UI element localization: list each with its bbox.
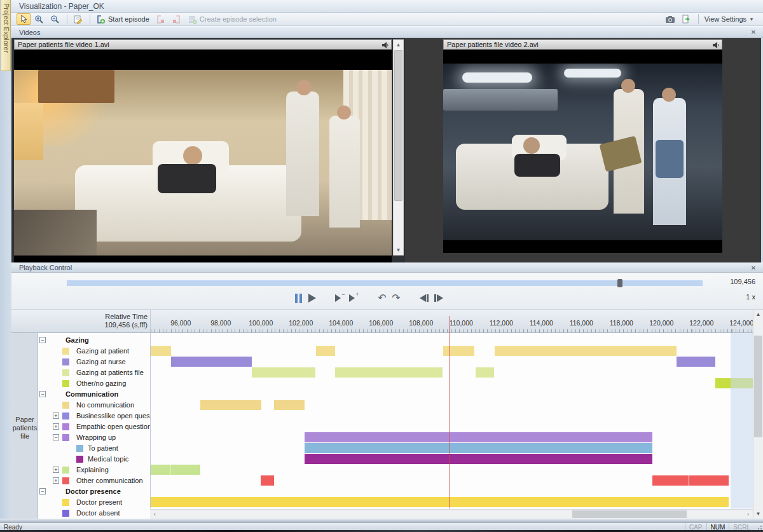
- select-tool-button[interactable]: [17, 13, 31, 25]
- playback-slider-track[interactable]: [67, 280, 703, 286]
- event-bar-doctor-present[interactable]: [151, 497, 729, 507]
- event-bar-no-communication[interactable]: [274, 400, 305, 410]
- expand-icon[interactable]: +: [53, 413, 59, 419]
- color-swatch: [76, 445, 83, 452]
- timeline-hscrollbar-thumb[interactable]: [572, 510, 687, 518]
- step-forward-icon: [437, 294, 443, 302]
- view-settings-button[interactable]: View Settings ▼: [702, 13, 757, 25]
- videos-scrollbar[interactable]: ▲ ▼: [393, 39, 404, 256]
- tree-row-medical-topic[interactable]: Medical topic: [38, 454, 150, 465]
- tree-row-label: No communication: [76, 401, 134, 409]
- expand-icon[interactable]: +: [53, 467, 59, 473]
- event-bar-gazing-at-patients-file[interactable]: [335, 367, 443, 378]
- start-episode-button[interactable]: Start episode: [93, 13, 152, 25]
- speaker-icon[interactable]: [712, 41, 720, 49]
- event-bar-wrapping-up[interactable]: [305, 432, 652, 442]
- toolbar-separator: [90, 14, 90, 24]
- play-button[interactable]: [305, 290, 319, 306]
- pause-button[interactable]: [291, 290, 305, 306]
- tree-row-gazing[interactable]: −Gazing: [38, 335, 150, 346]
- expand-icon[interactable]: +: [53, 477, 59, 484]
- tree-row-businesslike-open-question[interactable]: +Businesslike open question: [38, 411, 150, 421]
- event-bar-gazing-at-patients-file[interactable]: [476, 367, 494, 378]
- time-ruler[interactable]: 96,00098,000100,000102,000104,000106,000…: [150, 310, 753, 333]
- stop-episode-button[interactable]: [153, 13, 168, 25]
- collapse-icon[interactable]: −: [39, 391, 46, 397]
- step-forward-button[interactable]: [431, 290, 445, 306]
- increase-speed-button[interactable]: +: [347, 290, 361, 306]
- video2-titlebar[interactable]: Paper patients file video 2.avi: [443, 39, 722, 50]
- timeline-vscrollbar[interactable]: ▲ ▼: [753, 310, 763, 519]
- cancel-episode-button[interactable]: [169, 13, 184, 25]
- event-bar-other-communication[interactable]: [261, 475, 274, 486]
- decrease-speed-button[interactable]: −: [333, 290, 347, 306]
- scroll-up-icon[interactable]: ▲: [394, 40, 403, 50]
- speaker-icon[interactable]: [382, 41, 389, 49]
- skip-back-button[interactable]: ↶: [375, 290, 389, 306]
- project-explorer-tab[interactable]: Project Explorer: [1, 0, 11, 71]
- tree-row-wrapping-up[interactable]: −Wrapping up: [38, 432, 150, 443]
- zoom-out-button[interactable]: [48, 13, 62, 25]
- create-episode-selection-button[interactable]: Create episode selection: [185, 13, 279, 25]
- tree-row-gazing-at-patients-file[interactable]: Gazing at patients file: [38, 367, 150, 378]
- pause-icon: [295, 294, 302, 303]
- collapse-icon[interactable]: −: [39, 488, 46, 494]
- timeline-vscrollbar-thumb[interactable]: [754, 336, 762, 437]
- event-bar-gazing-at-patient[interactable]: [443, 346, 474, 356]
- videos-scrollbar-thumb[interactable]: [394, 50, 402, 201]
- scroll-up-icon[interactable]: ▲: [753, 310, 763, 319]
- tree-row-no-communication[interactable]: No communication: [38, 400, 150, 411]
- event-bar-gazing-at-patient[interactable]: [151, 346, 171, 356]
- tree-row-other-no-gazing[interactable]: Other/no gazing: [38, 378, 150, 389]
- event-bar-gazing-at-patients-file[interactable]: [252, 367, 315, 378]
- video1-titlebar[interactable]: Paper patients file video 1.avi: [14, 39, 392, 50]
- tree-row-doctor-presence[interactable]: −Doctor presence: [38, 486, 150, 497]
- scroll-right-icon[interactable]: ›: [743, 510, 753, 519]
- tree-row-doctor-absent[interactable]: Doctor absent: [38, 508, 150, 519]
- resize-grip[interactable]: [756, 524, 762, 530]
- event-bar-medical-topic[interactable]: [305, 454, 652, 464]
- event-bar-gazing-at-patient[interactable]: [316, 346, 335, 356]
- tree-row-empathic-open-question[interactable]: +Empathic open question: [38, 421, 150, 432]
- event-bar-to-patient[interactable]: [305, 443, 652, 453]
- event-bar-explaining[interactable]: [151, 465, 170, 475]
- axis-tick-label: 104,000: [322, 319, 360, 327]
- tree-row-explaining[interactable]: +Explaining: [38, 465, 150, 475]
- playhead-cursor-line[interactable]: [450, 316, 450, 508]
- skip-forward-button[interactable]: ↷: [389, 290, 403, 306]
- event-bar-gazing-at-patient[interactable]: [495, 346, 677, 356]
- tree-row-other-communication[interactable]: +Other communication: [38, 475, 150, 486]
- zoom-in-button[interactable]: [32, 13, 46, 25]
- event-bar-no-communication[interactable]: [200, 400, 261, 410]
- timeline-hscrollbar[interactable]: ‹ ›: [150, 509, 753, 519]
- event-bar-gazing-at-nurse[interactable]: [171, 357, 252, 367]
- timeline-chart[interactable]: [150, 333, 753, 508]
- playback-slider-thumb[interactable]: [617, 279, 622, 287]
- scroll-down-icon[interactable]: ▼: [394, 245, 403, 255]
- scroll-down-icon[interactable]: ▼: [753, 510, 763, 519]
- tree-row-gazing-at-nurse[interactable]: Gazing at nurse: [38, 357, 150, 367]
- event-bar-other-communication[interactable]: [689, 475, 729, 486]
- video1-image: [14, 70, 392, 256]
- tree-row-to-patient[interactable]: To patient: [38, 443, 150, 454]
- event-bar-other-communication[interactable]: [652, 475, 689, 486]
- export-button[interactable]: [679, 13, 694, 25]
- collapse-icon[interactable]: −: [39, 337, 46, 343]
- scroll-left-icon[interactable]: ‹: [150, 510, 160, 519]
- stop-episode-icon: [156, 15, 165, 24]
- tree-row-communication[interactable]: −Communication: [38, 389, 150, 400]
- step-back-button[interactable]: [417, 290, 431, 306]
- playback-close-icon[interactable]: ✕: [749, 264, 758, 273]
- videos-close-icon[interactable]: ✕: [749, 28, 758, 37]
- video2-frame[interactable]: Paper patients file video 2.avi: [405, 38, 761, 263]
- tree-row-doctor-present[interactable]: Doctor present: [38, 497, 150, 508]
- collapse-icon[interactable]: −: [53, 434, 59, 440]
- axis-tick-label: 120,000: [642, 319, 680, 327]
- event-bar-gazing-at-nurse[interactable]: [677, 357, 715, 367]
- expand-icon[interactable]: +: [53, 423, 59, 430]
- video1-frame[interactable]: [14, 50, 392, 266]
- tree-row-gazing-at-patient[interactable]: Gazing at patient: [38, 346, 150, 357]
- edit-button[interactable]: [71, 13, 85, 25]
- snapshot-button[interactable]: [663, 13, 678, 25]
- event-bar-explaining[interactable]: [170, 465, 200, 475]
